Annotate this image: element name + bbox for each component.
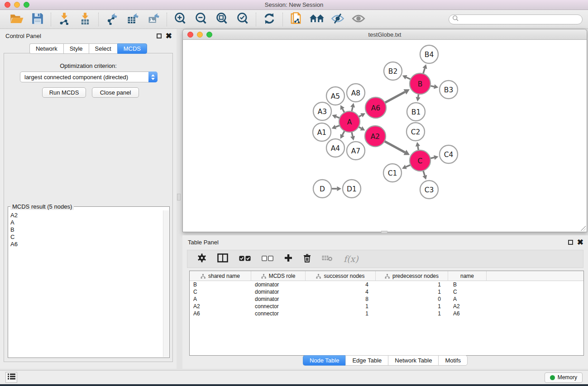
result-item[interactable]: A6 xyxy=(10,241,163,248)
float-table-panel-icon[interactable] xyxy=(568,240,573,245)
tab-edge-table[interactable]: Edge Table xyxy=(345,355,388,366)
graph-edge-C-C4[interactable] xyxy=(430,157,434,158)
zoom-fit-button[interactable] xyxy=(214,12,230,27)
graph-edge-C-C1[interactable] xyxy=(406,165,411,167)
show-all-button[interactable] xyxy=(350,12,367,27)
table-row[interactable]: A2 connector 1 1 A2 xyxy=(190,303,583,310)
graph-edge-A-A3[interactable] xyxy=(336,117,339,118)
graph-edge-B-B4[interactable] xyxy=(423,68,425,74)
graph-edge-A2-C[interactable] xyxy=(384,141,405,152)
cell-name[interactable]: C xyxy=(448,288,487,295)
search-input[interactable] xyxy=(459,15,582,24)
zoom-out-button[interactable] xyxy=(193,12,209,27)
close-panel-icon[interactable]: ✖ xyxy=(166,33,172,38)
refresh-view-button[interactable] xyxy=(261,12,277,27)
tab-node-table[interactable]: Node Table xyxy=(303,355,346,366)
tab-style[interactable]: Style xyxy=(63,43,89,54)
table-settings-button[interactable] xyxy=(197,253,206,264)
houses-button[interactable] xyxy=(309,12,325,27)
graph-edge-B-B2[interactable] xyxy=(406,77,411,80)
network-window-titlebar[interactable]: testGlobe.txt xyxy=(182,29,587,40)
graph-edge-A-A1[interactable] xyxy=(335,125,339,127)
result-item[interactable]: A2 xyxy=(10,212,163,219)
cell-successor-nodes[interactable]: 4 xyxy=(306,288,376,295)
show-columns-button[interactable] xyxy=(217,253,228,264)
graph-edge-B-B3[interactable] xyxy=(430,86,435,87)
horizontal-split-handle[interactable] xyxy=(381,231,387,234)
import-table-button[interactable] xyxy=(77,12,93,27)
close-table-panel-icon[interactable]: ✖ xyxy=(577,240,583,245)
graph-edge-A-A5[interactable] xyxy=(343,109,344,113)
table-row[interactable]: A6 connector 1 1 A6 xyxy=(190,310,583,317)
vertical-split-handle[interactable] xyxy=(177,194,181,200)
cell-predecessor-nodes[interactable]: 1 xyxy=(376,281,448,288)
hide-selected-button[interactable] xyxy=(330,12,346,27)
cell-name[interactable]: B xyxy=(448,281,487,288)
graph-edge-A-A7[interactable] xyxy=(352,132,353,136)
column-header-shared-name[interactable]: shared name xyxy=(190,271,251,281)
zoom-selected-button[interactable] xyxy=(234,12,251,27)
task-history-button[interactable] xyxy=(5,372,17,383)
result-item[interactable]: B xyxy=(10,226,163,234)
column-header-successor-nodes[interactable]: successor nodes xyxy=(306,271,376,281)
network-minimize-button[interactable] xyxy=(197,32,203,38)
cell-predecessor-nodes[interactable]: 1 xyxy=(376,288,448,295)
criterion-dropdown[interactable]: largest connected component (directed) xyxy=(20,71,158,82)
graph-edge-A-A8[interactable] xyxy=(352,107,353,112)
graph-edge-C-C2[interactable] xyxy=(418,146,418,150)
cell-mcds-role[interactable]: dominator xyxy=(251,288,306,295)
cell-shared-name[interactable]: C xyxy=(190,288,251,295)
table-row[interactable]: C dominator 4 1 C xyxy=(190,288,583,295)
minimize-window-button[interactable] xyxy=(14,2,20,8)
cell-shared-name[interactable]: A6 xyxy=(190,310,251,317)
export-network-button[interactable] xyxy=(104,12,120,27)
cell-mcds-role[interactable]: connector xyxy=(251,310,306,317)
float-panel-icon[interactable] xyxy=(157,33,162,38)
column-header-predecessor-nodes[interactable]: predecessor nodes xyxy=(376,271,448,281)
result-scrollbar[interactable] xyxy=(163,210,169,357)
table-row[interactable]: B dominator 4 1 B xyxy=(190,281,583,288)
cell-predecessor-nodes[interactable]: 1 xyxy=(376,310,448,317)
graph-edge-C-C3[interactable] xyxy=(423,171,425,176)
delete-table-button[interactable] xyxy=(322,255,333,263)
add-column-button[interactable] xyxy=(284,254,292,264)
cell-mcds-role[interactable]: connector xyxy=(251,303,306,310)
cell-predecessor-nodes[interactable]: 1 xyxy=(376,303,448,310)
network-zoom-button[interactable] xyxy=(206,32,212,38)
result-item[interactable]: C xyxy=(10,234,163,241)
function-builder-button[interactable]: f(x) xyxy=(344,254,359,264)
tab-network-table[interactable]: Network Table xyxy=(388,355,438,366)
cell-mcds-role[interactable]: dominator xyxy=(251,295,306,303)
memory-button[interactable]: Memory xyxy=(545,372,583,383)
network-canvas[interactable]: B4B2BB3A8A5A6A3B1AC2A1A2A4A7C4CC1DD1C3 xyxy=(182,40,587,232)
tab-motifs[interactable]: Motifs xyxy=(438,355,468,366)
result-item[interactable]: A xyxy=(10,219,163,226)
open-session-button[interactable] xyxy=(9,12,25,27)
network-graph[interactable]: B4B2BB3A8A5A6A3B1AC2A1A2A4A7C4CC1DD1C3 xyxy=(183,40,587,231)
zoom-window-button[interactable] xyxy=(24,2,29,8)
close-panel-button[interactable]: Close panel xyxy=(92,87,139,98)
cell-predecessor-nodes[interactable]: 0 xyxy=(376,295,448,303)
zoom-in-button[interactable] xyxy=(172,12,188,27)
window-controls[interactable] xyxy=(5,2,29,8)
cell-name[interactable]: A6 xyxy=(448,310,487,317)
cell-shared-name[interactable]: A2 xyxy=(190,303,251,310)
cell-mcds-role[interactable]: dominator xyxy=(251,281,306,288)
select-all-button[interactable] xyxy=(239,255,251,263)
table-row[interactable]: A dominator 8 0 A xyxy=(190,295,583,303)
export-table-button[interactable] xyxy=(124,12,141,27)
cell-successor-nodes[interactable]: 4 xyxy=(306,281,376,288)
import-network-button[interactable] xyxy=(56,12,72,27)
mcds-result-list[interactable]: A2 A B C A6 xyxy=(9,210,163,357)
cell-shared-name[interactable]: A xyxy=(190,295,251,303)
search-field[interactable] xyxy=(449,14,583,24)
tab-select[interactable]: Select xyxy=(89,43,117,54)
cell-shared-name[interactable]: B xyxy=(190,281,251,288)
save-session-button[interactable] xyxy=(29,12,46,27)
cell-successor-nodes[interactable]: 8 xyxy=(306,295,376,303)
graph-edge-A-A4[interactable] xyxy=(342,131,344,135)
run-mcds-button[interactable]: Run MCDS xyxy=(42,87,86,98)
deselect-all-button[interactable] xyxy=(262,255,273,263)
tab-mcds[interactable]: MCDS xyxy=(117,43,147,54)
cell-successor-nodes[interactable]: 1 xyxy=(306,310,376,317)
